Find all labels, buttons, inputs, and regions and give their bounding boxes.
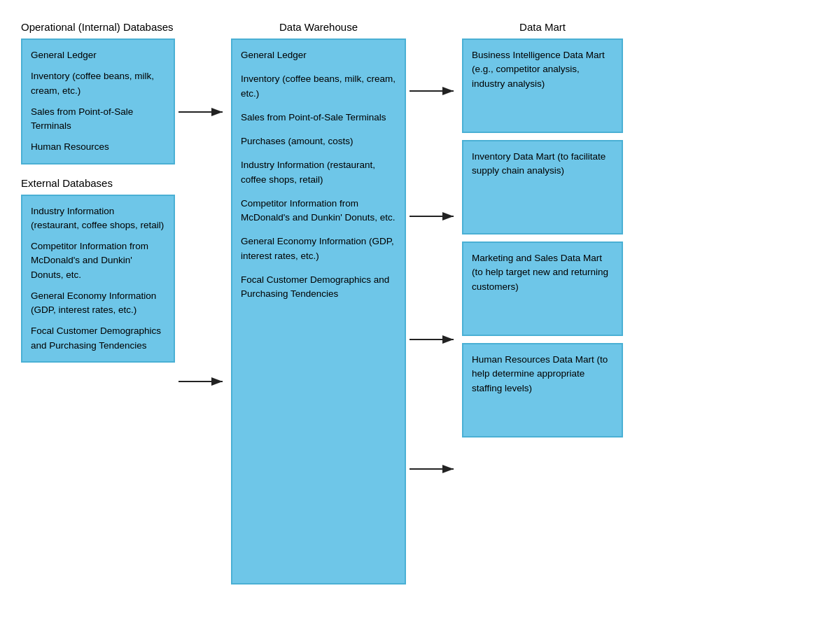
wh-item-1: General Ledger xyxy=(241,48,396,62)
arrows-svg-left xyxy=(175,38,231,630)
header-col2: Data Warehouse xyxy=(231,21,406,33)
diagram-container: Operational (Internal) Databases Data Wa… xyxy=(14,14,826,630)
wh-item-6: Competitor Information from McDonald's a… xyxy=(241,197,396,225)
header-col1: Operational (Internal) Databases xyxy=(21,21,175,33)
internal-item-1: General Ledger xyxy=(31,48,165,62)
warehouse-box: General Ledger Inventory (coffee beans, … xyxy=(231,38,406,584)
wh-item-3: Sales from Point-of-Sale Terminals xyxy=(241,111,396,125)
arrows-svg-right xyxy=(406,38,462,630)
right-box-2: Inventory Data Mart (to facilitate suppl… xyxy=(462,140,623,234)
warehouse-column: General Ledger Inventory (coffee beans, … xyxy=(231,38,406,584)
right-box-4: Human Resources Data Mart (to help deter… xyxy=(462,343,623,438)
left-to-mid-arrows xyxy=(175,38,231,630)
right-column: Business Intelligence Data Mart (e.g., c… xyxy=(462,38,623,438)
mid-to-right-arrows xyxy=(406,38,462,630)
header-col3: Data Mart xyxy=(462,21,623,33)
external-item-2: Competitor Information from McDonald's a… xyxy=(31,239,165,282)
external-item-3: General Economy Information (GDP, intere… xyxy=(31,289,165,318)
internal-item-3: Sales from Point-of-Sale Terminals xyxy=(31,105,165,134)
wh-item-5: Industry Information (restaurant, coffee… xyxy=(241,158,396,187)
external-label: External Databases xyxy=(21,177,175,189)
external-item-1: Industry Information (restaurant, coffee… xyxy=(31,204,165,233)
right-box-3: Marketing and Sales Data Mart (to help t… xyxy=(462,241,623,336)
internal-db-box: General Ledger Inventory (coffee beans, … xyxy=(21,38,175,164)
wh-item-2: Inventory (coffee beans, milk, cream, et… xyxy=(241,72,396,101)
right-box-1: Business Intelligence Data Mart (e.g., c… xyxy=(462,38,623,133)
left-column: General Ledger Inventory (coffee beans, … xyxy=(21,38,175,363)
wh-item-7: General Economy Information (GDP, intere… xyxy=(241,234,396,263)
internal-item-4: Human Resources xyxy=(31,140,165,154)
internal-item-2: Inventory (coffee beans, milk, cream, et… xyxy=(31,69,165,98)
external-db-box: Industry Information (restaurant, coffee… xyxy=(21,195,175,363)
external-item-4: Focal Customer Demographics and Purchasi… xyxy=(31,324,165,353)
wh-item-4: Purchases (amount, costs) xyxy=(241,134,396,148)
wh-item-8: Focal Customer Demographics and Purchasi… xyxy=(241,273,396,302)
